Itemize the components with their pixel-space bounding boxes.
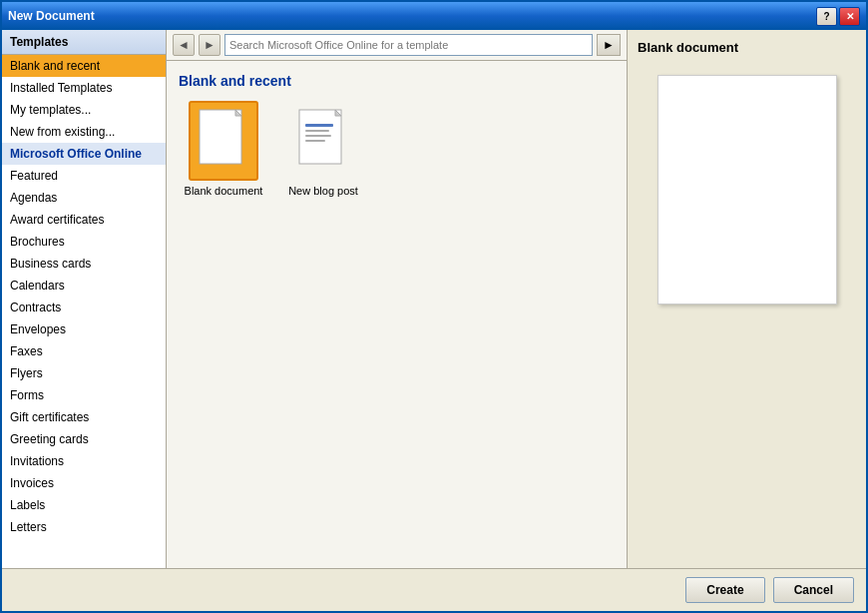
sidebar-item-featured[interactable]: Featured [2, 165, 166, 187]
svg-rect-0 [200, 110, 241, 164]
title-bar: New Document ? ✕ [2, 2, 866, 30]
cancel-button[interactable]: Cancel [773, 577, 854, 603]
sidebar-header: Templates [2, 30, 166, 55]
back-button[interactable]: ◄ [173, 34, 195, 56]
template-item-blank-document[interactable]: Blank document [179, 101, 268, 197]
sidebar-item-my-templates[interactable]: My templates... [2, 99, 166, 121]
sidebar-item-letters[interactable]: Letters [2, 516, 166, 538]
preview-document [657, 75, 837, 305]
sidebar-item-microsoft-office-online: Microsoft Office Online [2, 143, 166, 165]
sidebar: Templates Blank and recentInstalled Temp… [2, 30, 167, 568]
sidebar-item-contracts[interactable]: Contracts [2, 297, 166, 318]
sidebar-item-gift-certificates[interactable]: Gift certificates [2, 406, 166, 428]
help-button[interactable]: ? [816, 7, 837, 26]
search-go-button[interactable]: ► [597, 34, 621, 56]
svg-rect-9 [305, 140, 325, 142]
sidebar-item-flyers[interactable]: Flyers [2, 362, 166, 384]
bottom-bar: Create Cancel [2, 568, 866, 611]
template-icon-new-blog-post [288, 101, 358, 181]
template-label-blank-document: Blank document [185, 185, 263, 197]
sidebar-item-labels[interactable]: Labels [2, 494, 166, 516]
templates-grid: Blank document New blog post [179, 101, 615, 197]
svg-rect-8 [305, 135, 331, 137]
svg-rect-6 [305, 124, 333, 127]
dialog-body: Templates Blank and recentInstalled Temp… [2, 30, 866, 568]
sidebar-item-greeting-cards[interactable]: Greeting cards [2, 428, 166, 450]
sidebar-item-brochures[interactable]: Brochures [2, 231, 166, 253]
title-bar-buttons: ? ✕ [816, 7, 860, 26]
template-item-new-blog-post[interactable]: New blog post [278, 101, 368, 197]
svg-rect-7 [305, 130, 329, 132]
sidebar-item-award-certificates[interactable]: Award certificates [2, 209, 166, 231]
sidebar-scroll-area[interactable]: Blank and recentInstalled TemplatesMy te… [2, 55, 166, 568]
sidebar-item-installed-templates[interactable]: Installed Templates [2, 77, 166, 99]
sidebar-item-faxes[interactable]: Faxes [2, 340, 166, 362]
sidebar-item-business-cards[interactable]: Business cards [2, 253, 166, 275]
template-label-new-blog-post: New blog post [288, 185, 358, 197]
create-button[interactable]: Create [685, 577, 764, 603]
navigation-toolbar: ◄ ► ► [167, 30, 627, 61]
preview-panel: Blank document [627, 30, 866, 568]
sidebar-item-invitations[interactable]: Invitations [2, 450, 166, 472]
dialog-title: New Document [8, 9, 95, 23]
sidebar-item-blank-and-recent[interactable]: Blank and recent [2, 55, 166, 77]
section-title: Blank and recent [179, 73, 615, 89]
content-panel: Blank and recent Blank document New blog… [167, 61, 627, 568]
search-input[interactable] [224, 34, 593, 56]
sidebar-item-forms[interactable]: Forms [2, 384, 166, 406]
forward-button[interactable]: ► [199, 34, 220, 56]
sidebar-item-new-from-existing[interactable]: New from existing... [2, 121, 166, 143]
template-icon-blank-document [189, 101, 258, 181]
new-document-dialog: New Document ? ✕ Templates Blank and rec… [0, 0, 868, 613]
close-button[interactable]: ✕ [839, 7, 860, 26]
sidebar-item-agendas[interactable]: Agendas [2, 187, 166, 209]
sidebar-item-calendars[interactable]: Calendars [2, 275, 166, 297]
sidebar-item-invoices[interactable]: Invoices [2, 472, 166, 494]
preview-title: Blank document [638, 40, 856, 55]
main-area: ◄ ► ► Blank and recent Blank document [167, 30, 627, 568]
sidebar-item-envelopes[interactable]: Envelopes [2, 318, 166, 340]
